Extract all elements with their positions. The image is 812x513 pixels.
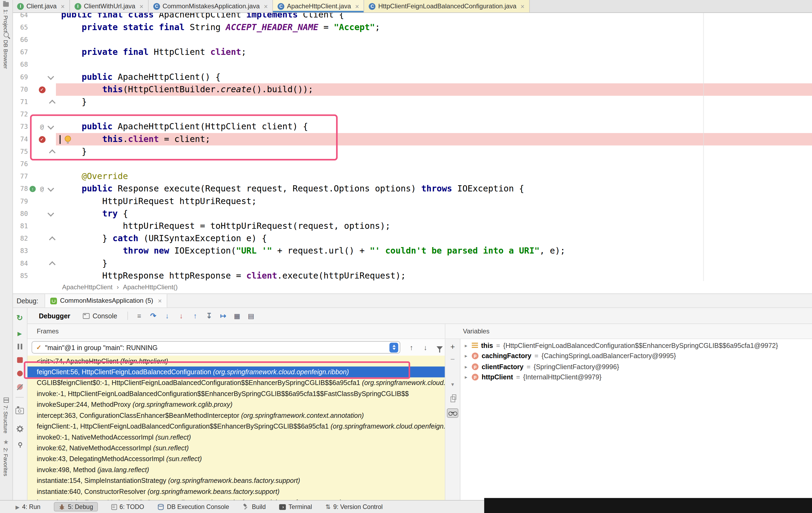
editor-tab[interactable]: CCommonMistakesApplication.java	[149, 0, 273, 12]
code-text[interactable]: }	[56, 257, 812, 270]
code-text[interactable]: }	[56, 145, 812, 158]
statusbar-item-5-debug[interactable]: 5: Debug	[54, 502, 97, 512]
sidebar-item-2-favorites[interactable]: ★2: Favorites	[0, 439, 12, 476]
code-text[interactable]: private static final String ACCEPT_HEADE…	[56, 21, 812, 34]
stack-frame-row[interactable]: feignClient:-1, HttpClientFeignLoadBalan…	[27, 421, 445, 431]
editor-tab[interactable]: CApacheHttpClient.java	[273, 0, 364, 12]
fold-up-icon[interactable]	[49, 236, 55, 243]
force-step-into-button[interactable]: ↓	[174, 312, 188, 320]
breadcrumb-class[interactable]: ApacheHttpClient	[62, 284, 112, 291]
close-icon[interactable]	[264, 3, 268, 10]
step-into-button[interactable]: ↓	[160, 312, 174, 320]
close-icon[interactable]	[140, 3, 144, 10]
tab-debugger[interactable]: Debugger	[32, 312, 76, 320]
code-text[interactable]	[56, 34, 812, 46]
resume-button[interactable]: ▶	[12, 331, 27, 336]
layout-button[interactable]: ≡	[132, 312, 146, 320]
stack-frame-row[interactable]: instantiate:640, ConstructorResolver (or…	[27, 486, 445, 497]
stack-frame-row[interactable]: intercept:363, ConfigurationClassEnhance…	[27, 410, 445, 421]
show-watches-button[interactable]	[447, 408, 458, 418]
code-text[interactable]: } catch (URISyntaxException e) {	[56, 232, 812, 245]
stack-frame-row[interactable]: invoke:43, DelegatingMethodAccessorImpl …	[27, 454, 445, 464]
view-breakpoints-button[interactable]	[12, 371, 27, 376]
previous-frame-button[interactable]: ↑	[404, 343, 418, 351]
code-text[interactable]	[56, 59, 812, 71]
stack-frame-row[interactable]: <init>:74, ApacheHttpClient (feign.httpc…	[27, 356, 445, 367]
stack-frame-row[interactable]: feignClient:56, HttpClientFeignLoadBalan…	[27, 367, 445, 377]
pause-button[interactable]	[12, 344, 27, 349]
code-text[interactable]: this(HttpClientBuilder.create().build())…	[56, 83, 812, 96]
variable-row[interactable]: ▸clientFactory = {SpringClientFactory@99…	[460, 361, 812, 372]
add-watch-button[interactable]: +	[445, 341, 460, 352]
mute-breakpoints-button[interactable]	[12, 384, 27, 390]
stack-frame-row[interactable]: instantiate:154, SimpleInstantiationStra…	[27, 475, 445, 486]
filter-frames-button[interactable]	[432, 345, 446, 350]
expander-icon[interactable]: ▸	[464, 353, 469, 359]
debug-session-tab[interactable]: CommonMistakesApplication (5)	[45, 294, 167, 308]
layout-settings-button[interactable]: ▤	[244, 312, 258, 320]
statusbar-item-6-todo[interactable]: 6: TODO	[111, 503, 144, 510]
code-text[interactable]: this.client = client;	[56, 133, 812, 145]
code-text[interactable]	[56, 108, 812, 120]
tab-console[interactable]: Console	[76, 312, 123, 320]
close-icon[interactable]	[521, 3, 525, 10]
move-down-button[interactable]: ▼	[445, 379, 460, 390]
sidebar-item-7-structure[interactable]: 7: Structure	[0, 398, 12, 433]
fold-up-icon[interactable]	[49, 99, 55, 106]
code-text[interactable]	[56, 158, 812, 170]
close-icon[interactable]	[355, 3, 359, 10]
fold-down-icon[interactable]	[47, 210, 54, 217]
statusbar-item-build[interactable]: Build	[242, 503, 266, 510]
grid-button[interactable]: ▦	[230, 312, 244, 320]
statusbar-item-terminal[interactable]: ›Terminal	[279, 503, 312, 510]
code-text[interactable]: throw new IOException("URL '" + request.…	[56, 245, 812, 257]
drop-frame-button[interactable]: ↧	[202, 312, 216, 320]
combo-stepper-icon[interactable]	[389, 343, 398, 352]
statusbar-item-4-run[interactable]: ▶4: Run	[16, 503, 40, 510]
breakpoint-icon[interactable]	[38, 136, 45, 142]
editor-tab[interactable]: IClient.java	[12, 0, 70, 12]
expander-icon[interactable]: ▸	[464, 374, 469, 380]
sidebar-item-1-project[interactable]: 1: Project	[0, 2, 12, 32]
statusbar-item-db-execution-console[interactable]: DB Execution Console	[157, 503, 229, 510]
code-text[interactable]: httpUriRequest = toHttpUriRequest(reques…	[56, 220, 812, 232]
code-text[interactable]: try {	[56, 207, 812, 220]
run-to-cursor-button[interactable]: ↦	[216, 312, 230, 320]
code-text[interactable]: public final class ApacheHttpClient impl…	[56, 13, 812, 21]
stack-frame-row[interactable]: invoke0:-1, NativeMethodAccessorImpl (su…	[27, 432, 445, 443]
code-editor[interactable]: 64public final class ApacheHttpClient im…	[12, 13, 812, 281]
bulb-icon[interactable]	[65, 136, 71, 142]
code-text[interactable]: }	[56, 96, 812, 108]
stack-frame-row[interactable]: invoke:498, Method (java.lang.reflect)	[27, 464, 445, 475]
duplicate-button[interactable]	[445, 394, 460, 404]
camera-button[interactable]	[12, 406, 27, 414]
step-out-button[interactable]: ↑	[188, 312, 202, 320]
fold-up-icon[interactable]	[49, 149, 55, 156]
breadcrumb-method[interactable]: ApacheHttpClient()	[123, 284, 177, 291]
step-over-button[interactable]: ↷	[146, 312, 160, 320]
thread-selector[interactable]: ✓ "main"@1 in group "main": RUNNING	[31, 341, 400, 353]
expander-icon[interactable]: ▸	[464, 364, 469, 369]
fold-up-icon[interactable]	[49, 261, 55, 267]
stack-frame-row[interactable]: instantiateUsingFactoryMethod:625, Const…	[27, 497, 445, 500]
code-text[interactable]: HttpResponse httpResponse = client.execu…	[56, 270, 812, 281]
variable-row[interactable]: ▸httpClient = {InternalHttpClient@9979}	[460, 372, 812, 382]
statusbar-item-9-version-control[interactable]: ⇅9: Version Control	[325, 503, 383, 510]
stack-frame-row[interactable]: invoke:62, NativeMethodAccessorImpl (sun…	[27, 443, 445, 453]
next-frame-button[interactable]: ↓	[418, 343, 432, 351]
editor-tab[interactable]: CHttpClientFeignLoadBalancedConfiguratio…	[364, 0, 530, 12]
fold-down-icon[interactable]	[47, 185, 54, 192]
code-text[interactable]: public ApacheHttpClient(HttpClient clien…	[56, 121, 812, 133]
pin-button[interactable]	[12, 441, 27, 448]
breakpoint-icon[interactable]	[38, 86, 45, 93]
code-text[interactable]: public ApacheHttpClient() {	[56, 71, 812, 83]
variable-row[interactable]: ▸cachingFactory = {CachingSpringLoadBala…	[460, 351, 812, 361]
code-text[interactable]: private final HttpClient client;	[56, 46, 812, 58]
remove-watch-button[interactable]: −	[445, 353, 460, 364]
code-text[interactable]: public Response execute(Request request,…	[56, 183, 812, 195]
stop-button[interactable]	[12, 357, 27, 363]
close-icon[interactable]	[61, 3, 65, 10]
sidebar-item-db-browser[interactable]: DB Browser	[0, 32, 12, 69]
expander-icon[interactable]: ▸	[464, 343, 469, 348]
stack-frame-row[interactable]: invokeSuper:244, MethodProxy (org.spring…	[27, 399, 445, 410]
